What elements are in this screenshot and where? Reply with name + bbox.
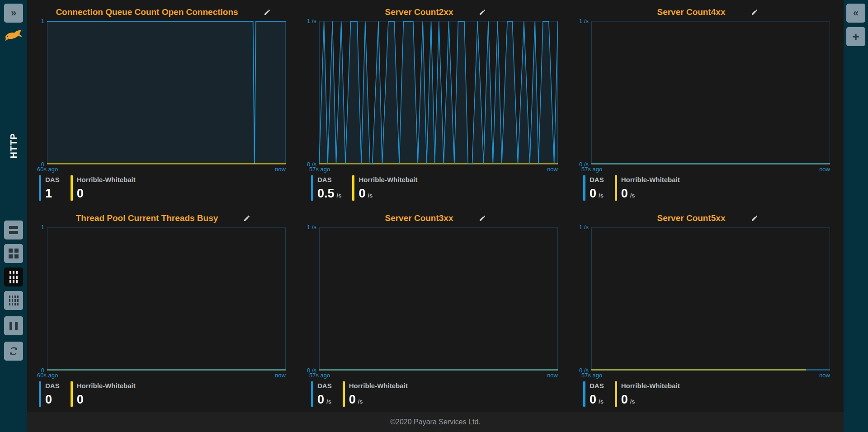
- chart-plot-region: 1 0: [27, 21, 299, 164]
- edit-pencil-icon[interactable]: [479, 215, 486, 222]
- panel-header: Server Count5xx: [571, 210, 844, 227]
- grid-2col-icon: [9, 249, 19, 258]
- edit-pencil-icon[interactable]: [751, 215, 758, 222]
- panel-collapse-button[interactable]: «: [846, 4, 865, 23]
- chart-plot-region: 1 /s 0 /s: [571, 227, 844, 371]
- x-axis-labels: 57s ago now: [309, 166, 558, 174]
- chart-title: Server Count4xx: [657, 7, 725, 17]
- legend-series-unit: /s: [368, 192, 373, 199]
- legend-series-value: 0: [77, 394, 84, 406]
- payara-logo: [5, 28, 23, 44]
- layout-3col-button[interactable]: [4, 268, 23, 286]
- line-chart: [319, 227, 558, 371]
- legend-series-value: 0: [590, 188, 596, 200]
- pause-button[interactable]: [4, 316, 23, 335]
- panel-header: Server Count2xx: [299, 4, 571, 21]
- sidebar-expand-button[interactable]: »: [4, 4, 23, 23]
- chart-plot-region: 1 /s 0 /s: [571, 21, 844, 164]
- left-sidebar: » HTTP: [0, 0, 27, 432]
- rows-layout-icon: [9, 226, 18, 234]
- line-chart: [47, 227, 286, 371]
- chart-legend: DAS 0/s Horrible-Whitebait 0/s: [583, 381, 844, 407]
- legend-series-unit: /s: [358, 398, 363, 405]
- chevron-right-icon: »: [11, 8, 16, 18]
- legend-item: DAS 0/s: [583, 175, 604, 201]
- legend-color-bar: [311, 175, 313, 201]
- layout-2col-button[interactable]: [4, 244, 23, 263]
- copyright-text: ©2020 Payara Services Ltd.: [390, 418, 480, 426]
- legend-item: DAS 0: [39, 381, 60, 407]
- legend-series-value: 0: [77, 188, 84, 200]
- legend-series-name: Horrible-Whitebait: [621, 176, 680, 183]
- y-axis-min-label: 0 /s: [579, 161, 589, 168]
- chart-legend: DAS 0/s Horrible-Whitebait 0/s: [311, 381, 571, 407]
- y-axis-min-label: 0 /s: [579, 367, 589, 374]
- pause-icon: [9, 322, 18, 330]
- legend-series-name: DAS: [590, 176, 604, 183]
- legend-series-unit: /s: [326, 398, 331, 405]
- footer: ©2020 Payara Services Ltd.: [27, 412, 844, 432]
- legend-series-name: Horrible-Whitebait: [77, 176, 136, 183]
- chart-plot-region: 1 /s 0 /s: [299, 21, 571, 164]
- legend-series-name: Horrible-Whitebait: [621, 382, 680, 390]
- x-axis-labels: 60s ago now: [37, 166, 286, 174]
- edit-pencil-icon[interactable]: [264, 9, 271, 16]
- refresh-icon: [9, 346, 19, 356]
- plus-icon: +: [852, 31, 859, 42]
- chart-panel-count2xx: Server Count2xx 1 /s 0 /s 57s ago now: [299, 0, 571, 206]
- chart-legend: DAS 0.5/s Horrible-Whitebait 0/s: [311, 175, 571, 201]
- add-chart-button[interactable]: +: [846, 27, 865, 46]
- edit-pencil-icon[interactable]: [479, 9, 486, 16]
- legend-series-value: 0: [621, 188, 628, 200]
- refresh-button[interactable]: [4, 342, 23, 361]
- y-axis-min-label: 0 /s: [307, 161, 316, 168]
- legend-color-bar: [352, 175, 354, 201]
- payara-fish-icon: [5, 28, 23, 42]
- legend-item: Horrible-Whitebait 0: [71, 381, 136, 407]
- x-axis-end-label: now: [819, 166, 830, 174]
- legend-item: DAS 1: [39, 175, 60, 201]
- legend-series-name: Horrible-Whitebait: [77, 382, 136, 390]
- chart-title: Server Count5xx: [657, 213, 725, 223]
- grid-3col-icon: [9, 271, 18, 283]
- legend-color-bar: [615, 381, 617, 407]
- chart-title: Server Count2xx: [385, 7, 453, 17]
- chart-plot-region: 1 0: [27, 227, 299, 371]
- legend-color-bar: [343, 381, 345, 407]
- legend-series-unit: /s: [337, 192, 342, 199]
- sidebar-tool-buttons: [4, 221, 23, 361]
- grid-4col-icon: [9, 296, 19, 305]
- legend-item: DAS 0/s: [311, 381, 332, 407]
- legend-series-value: 0.5: [317, 188, 335, 200]
- chart-legend: DAS 1 Horrible-Whitebait 0: [39, 175, 299, 201]
- y-axis-max-label: 1 /s: [307, 18, 316, 24]
- charts-grid: Connection Queue Count Open Connections …: [27, 0, 844, 412]
- chart-panel-count3xx: Server Count3xx 1 /s 0 /s 57s ago now: [299, 206, 571, 412]
- x-axis-start-label: 60s ago: [37, 166, 58, 174]
- legend-series-name: Horrible-Whitebait: [349, 382, 408, 390]
- chart-legend: DAS 0 Horrible-Whitebait 0: [39, 381, 299, 407]
- layout-4col-button[interactable]: [4, 291, 23, 310]
- x-axis-start-label: 60s ago: [37, 372, 58, 380]
- legend-color-bar: [71, 175, 73, 201]
- legend-series-unit: /s: [630, 192, 635, 199]
- x-axis-labels: 57s ago now: [309, 372, 558, 380]
- legend-item: DAS 0/s: [583, 381, 604, 407]
- legend-item: DAS 0.5/s: [311, 175, 341, 201]
- layout-rows-button[interactable]: [4, 221, 23, 239]
- legend-series-unit: /s: [599, 192, 604, 199]
- edit-pencil-icon[interactable]: [751, 9, 758, 16]
- panel-header: Server Count3xx: [299, 210, 571, 227]
- line-chart: [47, 21, 286, 164]
- legend-item: Horrible-Whitebait 0/s: [615, 381, 680, 407]
- legend-item: Horrible-Whitebait 0/s: [343, 381, 408, 407]
- legend-series-unit: /s: [630, 398, 635, 405]
- legend-color-bar: [71, 381, 73, 407]
- chart-panel-thread-pool: Thread Pool Current Threads Busy 1 0 60s…: [27, 206, 299, 412]
- legend-color-bar: [583, 175, 585, 201]
- legend-color-bar: [311, 381, 313, 407]
- y-axis-min-label: 0: [41, 161, 44, 168]
- chart-plot-region: 1 /s 0 /s: [299, 227, 571, 371]
- edit-pencil-icon[interactable]: [243, 215, 250, 222]
- line-chart: [319, 21, 558, 164]
